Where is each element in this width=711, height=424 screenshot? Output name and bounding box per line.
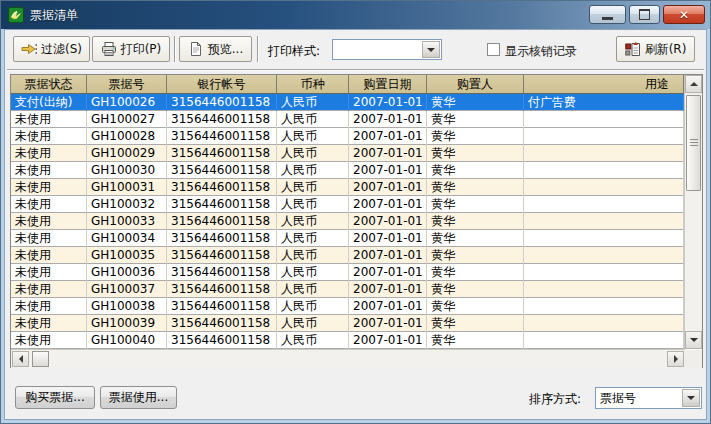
column-header-1[interactable]: 票据状态 (11, 75, 87, 93)
table-cell: GH100039 (87, 315, 167, 332)
table-cell: 未使用 (11, 281, 87, 298)
table-cell: 人民币 (277, 111, 349, 128)
table-row[interactable]: 未使用GH1000343156446001158人民币2007-01-01黄华 (11, 230, 684, 247)
horizontal-scrollbar-thumb[interactable] (32, 351, 49, 367)
table-cell: 未使用 (11, 179, 87, 196)
table-cell: 2007-01-01 (349, 247, 427, 264)
table-cell: GH100027 (87, 111, 167, 128)
table-cell (524, 162, 684, 179)
table-cell: 未使用 (11, 332, 87, 349)
table-row[interactable]: 支付(出纳)GH1000263156446001158人民币2007-01-01… (11, 94, 684, 111)
horizontal-scrollbar[interactable] (11, 349, 685, 368)
app-logo-icon (8, 7, 24, 23)
table-row[interactable]: 未使用GH1000383156446001158人民币2007-01-01黄华 (11, 298, 684, 315)
show-writeoff-checkbox[interactable] (487, 43, 500, 56)
preview-button-label: 预览... (208, 41, 243, 58)
close-button[interactable]: ✕ (663, 5, 705, 24)
table-cell (524, 196, 684, 213)
table-cell (524, 179, 684, 196)
vertical-scrollbar-thumb[interactable] (686, 95, 701, 191)
table-cell: GH100030 (87, 162, 167, 179)
table-row[interactable]: 未使用GH1000363156446001158人民币2007-01-01黄华 (11, 264, 684, 281)
toolbar-separator (257, 36, 259, 62)
table-cell (524, 332, 684, 349)
table-cell: 2007-01-01 (349, 196, 427, 213)
sort-by-value: 票据号 (600, 390, 681, 407)
filter-button-label: 过滤(S) (41, 41, 82, 58)
print-style-combobox[interactable] (332, 39, 442, 60)
table-cell: 黄华 (427, 196, 524, 213)
filter-button[interactable]: 过滤(S) (13, 36, 90, 62)
table-row[interactable]: 未使用GH1000283156446001158人民币2007-01-01黄华 (11, 128, 684, 145)
table-cell: 2007-01-01 (349, 94, 427, 111)
scroll-left-button[interactable] (12, 351, 29, 367)
dropdown-arrow-icon[interactable] (422, 41, 440, 58)
table-cell: 未使用 (11, 247, 87, 264)
table-cell: 付广告费 (524, 94, 684, 111)
sort-by-combobox[interactable]: 票据号 (595, 387, 702, 409)
table-cell: 人民币 (277, 281, 349, 298)
table-cell: 2007-01-01 (349, 281, 427, 298)
table-cell: 人民币 (277, 264, 349, 281)
table-row[interactable]: 未使用GH1000353156446001158人民币2007-01-01黄华 (11, 247, 684, 264)
table-cell: 黄华 (427, 94, 524, 111)
table-cell: 3156446001158 (167, 332, 277, 349)
table-row[interactable]: 未使用GH1000393156446001158人民币2007-01-01黄华 (11, 315, 684, 332)
buy-bills-button[interactable]: 购买票据... (15, 386, 95, 409)
scroll-down-button[interactable] (685, 331, 702, 349)
table-cell: 3156446001158 (167, 162, 277, 179)
table-row[interactable]: 未使用GH1000333156446001158人民币2007-01-01黄华 (11, 213, 684, 230)
table-row[interactable]: 未使用GH1000313156446001158人民币2007-01-01黄华 (11, 179, 684, 196)
column-header-5[interactable]: 购置日期 (349, 75, 427, 93)
column-header-3[interactable]: 银行帐号 (167, 75, 277, 93)
table-row[interactable]: 未使用GH1000373156446001158人民币2007-01-01黄华 (11, 281, 684, 298)
table-cell: 人民币 (277, 94, 349, 111)
maximize-button[interactable] (629, 5, 660, 24)
bill-table: 票据状态票据号银行帐号币种购置日期购置人用途 支付(出纳)GH100026315… (10, 74, 703, 368)
toolbar-separator (174, 36, 176, 62)
table-cell: 黄华 (427, 230, 524, 247)
table-cell: 3156446001158 (167, 281, 277, 298)
close-icon: ✕ (679, 9, 689, 21)
table-cell: 3156446001158 (167, 111, 277, 128)
app-window: 票据清单 ✕ 过滤(S) 打印(P) (0, 0, 711, 424)
use-bills-button[interactable]: 票据使用... (100, 386, 177, 409)
column-header-4[interactable]: 币种 (277, 75, 349, 93)
table-cell: 2007-01-01 (349, 162, 427, 179)
titlebar[interactable]: 票据清单 ✕ (1, 1, 710, 29)
table-cell (524, 315, 684, 332)
buy-bills-label: 购买票据... (25, 389, 84, 406)
print-button[interactable]: 打印(P) (92, 36, 170, 62)
client-area: 过滤(S) 打印(P) 预览... 打印样式: (4, 29, 707, 420)
table-cell (524, 111, 684, 128)
table-row[interactable]: 未使用GH1000323156446001158人民币2007-01-01黄华 (11, 196, 684, 213)
vertical-scrollbar[interactable] (684, 75, 702, 349)
column-header-7[interactable]: 用途 (524, 75, 684, 93)
dropdown-arrow-icon[interactable] (682, 389, 700, 407)
column-header-6[interactable]: 购置人 (427, 75, 524, 93)
table-cell: 人民币 (277, 332, 349, 349)
table-cell: 黄华 (427, 264, 524, 281)
print-button-label: 打印(P) (121, 41, 162, 58)
column-header-2[interactable]: 票据号 (87, 75, 167, 93)
table-row[interactable]: 未使用GH1000403156446001158人民币2007-01-01黄华 (11, 332, 684, 349)
table-row[interactable]: 未使用GH1000273156446001158人民币2007-01-01黄华 (11, 111, 684, 128)
table-cell: GH100035 (87, 247, 167, 264)
table-cell: 2007-01-01 (349, 179, 427, 196)
table-cell: 人民币 (277, 145, 349, 162)
table-cell: 黄华 (427, 298, 524, 315)
minimize-icon (602, 17, 613, 20)
table-row[interactable]: 未使用GH1000293156446001158人民币2007-01-01黄华 (11, 145, 684, 162)
table-cell: 人民币 (277, 196, 349, 213)
scroll-right-button[interactable] (667, 351, 684, 367)
scroll-up-button[interactable] (685, 75, 702, 93)
table-row[interactable]: 未使用GH1000303156446001158人民币2007-01-01黄华 (11, 162, 684, 179)
preview-button[interactable]: 预览... (179, 36, 252, 62)
table-cell: 人民币 (277, 162, 349, 179)
print-style-label: 打印样式: (268, 43, 320, 60)
minimize-button[interactable] (589, 5, 626, 24)
table-cell: 未使用 (11, 145, 87, 162)
table-cell: 3156446001158 (167, 264, 277, 281)
refresh-button[interactable]: 刷新(R) (616, 36, 695, 62)
use-bills-label: 票据使用... (109, 389, 168, 406)
